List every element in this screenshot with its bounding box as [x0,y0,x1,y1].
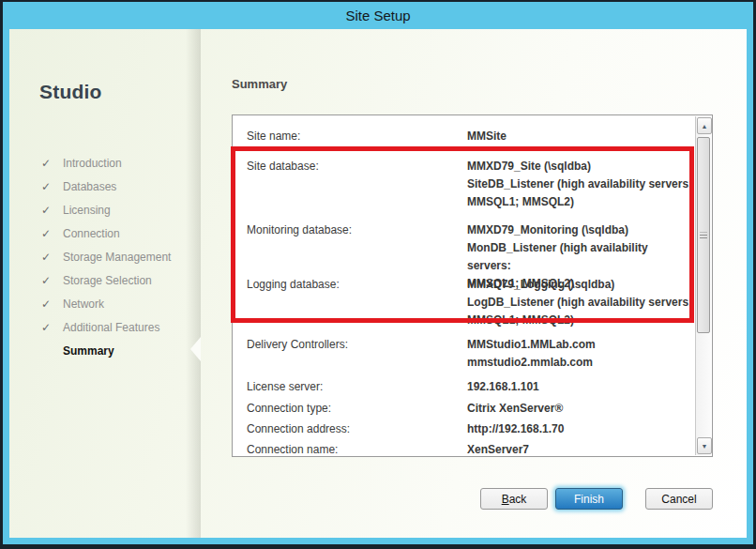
summary-row-site-database: Site database: MMXD79_Site (\sqldba) Sit… [233,158,693,211]
finish-button-label: Finish [574,493,604,506]
step-storage-selection: ✓ Storage Selection [41,268,171,292]
cancel-button-label: Cancel [661,493,696,506]
step-label: Storage Selection [63,274,152,287]
scroll-down-button[interactable]: ▼ [697,437,712,454]
check-icon: ✓ [41,274,54,287]
back-button-label: ack [509,493,527,506]
page-title: Summary [232,77,287,91]
step-storage-management: ✓ Storage Management [41,245,171,268]
wizard-sidebar: Studio ✓ Introduction ✓ Databases ✓ Lice… [9,29,201,538]
row-value: MMSQL1; MMSQL2) [467,193,693,211]
summary-row-connection-name: Connection name: XenServer7 [233,441,693,459]
step-introduction: ✓ Introduction [41,151,171,175]
check-icon: ✓ [41,321,54,334]
step-network: ✓ Network [41,292,171,315]
check-icon: ✓ [41,180,54,193]
back-button[interactable]: Back [480,488,548,510]
row-value: XenServer7 [467,441,693,459]
row-value: MMXD79_Site (\sqldba) [467,158,693,175]
cancel-button[interactable]: Cancel [645,488,713,510]
row-value: http://192.168.1.70 [467,420,693,438]
row-label: Logging database: [247,276,340,294]
step-label: Additional Features [63,321,159,334]
row-value: MMSQL1; MMSQL2) [467,312,693,329]
step-label: Storage Management [63,251,171,264]
scroll-up-button[interactable]: ▲ [697,117,712,134]
current-step-pointer [190,337,201,361]
check-icon: ✓ [41,157,54,170]
summary-row-license-server: License server: 192.168.1.101 [233,378,693,396]
step-databases: ✓ Databases [41,175,171,198]
finish-button[interactable]: Finish [555,488,623,510]
scroll-up-icon: ▲ [702,123,708,130]
row-value: MMXD79_Monitoring (\sqldba) [467,221,693,239]
vertical-scrollbar[interactable]: ▲ ▼ [695,116,711,455]
row-label: Delivery Controllers: [247,336,348,354]
check-icon: ✓ [41,204,54,217]
step-additional-features: ✓ Additional Features [41,315,171,339]
summary-row-delivery-controllers: Delivery Controllers: MMStudio1.MMLab.co… [233,336,693,372]
row-value: Citrix XenServer® [467,400,693,418]
step-label: Summary [63,344,114,358]
row-value: LogDB_Listener (high availability server… [467,294,693,312]
step-label: Network [63,297,104,311]
check-icon: ✓ [41,251,54,264]
back-button-accel: B [502,493,509,506]
step-label: Introduction [63,157,122,170]
summary-panel[interactable]: Site name: MMSite Site database: MMXD79_… [232,114,713,457]
row-value: MMSite [467,128,693,145]
studio-logo: Studio [39,81,102,103]
row-value: SiteDB_Listener (high availability serve… [467,175,693,193]
site-setup-dialog: Site Setup Studio ✓ Introduction ✓ Datab… [0,0,756,549]
summary-row-logging-database: Logging database: MMXD79_Logging (\sqldb… [233,276,693,329]
scroll-down-icon: ▼ [702,443,708,450]
summary-row-connection-address: Connection address: http://192.168.1.70 [233,420,693,438]
step-licensing: ✓ Licensing [41,198,171,221]
row-value: MonDB_Listener (high availability server… [467,239,693,275]
scrollbar-grip-icon [700,232,707,238]
row-label: Connection address: [247,420,350,438]
step-label: Databases [63,180,116,193]
row-label: Site name: [247,128,300,145]
dialog-content: Studio ✓ Introduction ✓ Databases ✓ Lice… [9,29,747,538]
scrollbar-thumb[interactable] [697,137,710,333]
step-label: Connection [63,227,120,240]
row-label: Connection name: [247,441,338,459]
row-value: MMStudio1.MMLab.com [467,336,693,354]
row-label: Monitoring database: [247,221,352,239]
row-label: Connection type: [247,400,331,418]
summary-row-connection-type: Connection type: Citrix XenServer® [233,400,693,418]
wizard-steps: ✓ Introduction ✓ Databases ✓ Licensing ✓… [41,151,171,362]
dialog-frame: Site Setup Studio ✓ Introduction ✓ Datab… [3,2,753,544]
step-label: Licensing [63,204,111,217]
row-label: Site database: [247,158,319,175]
summary-row-site-name: Site name: MMSite [233,128,693,145]
step-connection: ✓ Connection [41,221,171,245]
check-icon: ✓ [41,227,54,240]
check-icon: ✓ [41,297,54,311]
dialog-title: Site Setup [345,8,410,23]
row-value: mmstudio2.mmlab.com [467,354,693,372]
row-value: 192.168.1.101 [467,378,693,396]
title-bar[interactable]: Site Setup [3,2,753,29]
step-summary-current: Summary [41,339,171,362]
row-label: License server: [247,378,323,396]
row-value: MMXD79_Logging (\sqldba) [467,276,693,294]
